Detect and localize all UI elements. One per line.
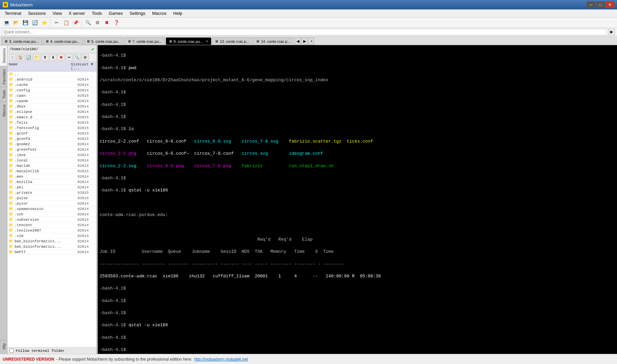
fb-item-date: 2014: [80, 218, 95, 222]
fb-item-icon: 📁: [9, 212, 13, 216]
fb-list-item[interactable]: 📁 .tencent 0 2014: [7, 222, 96, 228]
fb-list-item[interactable]: 📁 .gconf 0 2015: [7, 131, 96, 136]
toolbar-search[interactable]: 🔍: [84, 19, 92, 27]
tab-5-close[interactable]: ✕: [206, 39, 208, 43]
toolbar-settings[interactable]: ⚙: [93, 19, 102, 27]
fb-list-item[interactable]: 📁 .mev 0 2014: [7, 174, 96, 179]
fb-list-item[interactable]: 📁 .greenfoot 0 2014: [7, 147, 96, 152]
toolbar-restart[interactable]: 🔄: [30, 19, 39, 27]
fb-item-date: 2014: [80, 180, 95, 184]
fb-home-btn[interactable]: 🏠: [17, 54, 24, 61]
tab-2[interactable]: 🖥 4. conte.rcac.pu...: [42, 37, 83, 45]
menu-help[interactable]: Help: [170, 10, 186, 17]
fb-item-name: .gconfd: [14, 137, 61, 141]
fb-item-name: .matplotlib: [14, 169, 61, 173]
vtab-favorites[interactable]: Favorites: [0, 66, 7, 87]
fb-search-btn[interactable]: 🔍: [73, 54, 81, 61]
mobaxterm-url[interactable]: http://mobaxterm.mobatek.net: [194, 357, 248, 362]
terminal-area[interactable]: -bash-4.1$ -bash-4.1$ pwd /scratch/conte…: [98, 45, 617, 354]
tab-3[interactable]: 🖥 5. conte.rcac.pu...: [84, 37, 124, 45]
fb-rename-btn[interactable]: ✏: [65, 54, 73, 61]
maximize-button[interactable]: □: [596, 1, 605, 8]
fb-list-item[interactable]: 📁 .fontconfig 0 2015: [7, 125, 96, 131]
fb-list-item[interactable]: 📁 .java 0 2014: [7, 152, 96, 158]
fb-item-date: 2015: [80, 131, 95, 135]
fb-list-item[interactable]: 📁 .vim 0 2014: [7, 233, 96, 239]
menu-sessions[interactable]: Sessions: [25, 10, 49, 17]
toolbar-copy[interactable]: 📋: [62, 19, 70, 27]
fb-list-item[interactable]: 📁 .eclipse 0 2014: [7, 109, 96, 115]
fb-list-item[interactable]: 📁 bak_bioinformatics... 0 2014: [7, 244, 96, 249]
fb-list-item[interactable]: 📁 ..: [7, 71, 96, 77]
toolbar-delete[interactable]: ✖: [102, 19, 111, 27]
fb-list-item[interactable]: 📁 .pulse 0 2015: [7, 195, 96, 201]
menu-view[interactable]: View: [49, 10, 65, 17]
fb-list-item[interactable]: 📁 .emacs.d 0 2015: [7, 115, 96, 120]
close-button[interactable]: ✕: [606, 1, 614, 8]
fb-list-item[interactable]: 📁 .mozilla 0 2014: [7, 179, 96, 185]
fb-settings-btn[interactable]: ⚙: [82, 54, 89, 61]
vtab-macros[interactable]: Macros: [0, 101, 7, 119]
tab-4[interactable]: 🖥 7. conte.rcac.pu...: [125, 37, 165, 45]
fb-download-btn[interactable]: ⬇: [49, 54, 57, 61]
fb-list-item[interactable]: 📁 .gconfd 0 2015: [7, 136, 96, 142]
fb-list-item[interactable]: 📁 .dbus 0 2014: [7, 104, 96, 109]
minimize-button[interactable]: ─: [587, 1, 595, 8]
fb-delete-btn[interactable]: ✖: [57, 54, 65, 61]
toolbar-paste[interactable]: 📌: [71, 19, 80, 27]
vtab-tools[interactable]: Tools: [0, 87, 7, 101]
menu-tools[interactable]: Tools: [88, 10, 105, 17]
vtab-sftp[interactable]: Sftp: [0, 340, 7, 353]
toolbar-open-session[interactable]: 📂: [11, 19, 20, 27]
quick-connect-input[interactable]: [2, 29, 607, 35]
fb-list-item[interactable]: 📁 .gnome2 0 2014: [7, 142, 96, 147]
fb-list-item[interactable]: 📁 .felix 0 2015: [7, 120, 96, 125]
fb-list-item[interactable]: 📁 .cache 0 2014: [7, 82, 96, 88]
fb-list-item[interactable]: 📁 bak_bioinformatics... 0 2014: [7, 239, 96, 244]
vtab-sessions[interactable]: Sessions: [0, 45, 7, 66]
menu-x-server[interactable]: X server: [65, 10, 88, 17]
fb-list-item[interactable]: 📁 .cpanm 0 2014: [7, 98, 96, 104]
toolbar-save[interactable]: 💾: [21, 19, 30, 27]
fb-item-name: .pki: [14, 185, 61, 189]
fb-list-item[interactable]: 📁 .pyzor 0 2014: [7, 201, 96, 206]
tab-new[interactable]: +: [308, 37, 314, 45]
fb-item-size: 0: [61, 212, 80, 216]
fb-up-btn[interactable]: ↑: [9, 54, 16, 61]
toolbar-new-session[interactable]: 💻: [2, 19, 11, 27]
fb-list-item[interactable]: 📁 .cpan 0 2015: [7, 93, 96, 98]
toolbar-help[interactable]: ❓: [112, 19, 121, 27]
term-line-2: -bash-4.1$ pwd: [100, 65, 615, 71]
fb-list-item[interactable]: 📁 .texlive2007 0 2014: [7, 228, 96, 233]
tab-7[interactable]: 🖥 14. conte.rcac.p...: [253, 37, 294, 45]
follow-terminal-checkbox[interactable]: [9, 348, 14, 353]
quick-connect-button[interactable]: ▶: [608, 29, 615, 35]
fb-item-name: .pyzor: [14, 202, 61, 206]
tab-5-active[interactable]: 🖥 8. conte.rcac.pu... ✕: [166, 37, 211, 45]
fb-new-folder-btn[interactable]: 📁: [33, 54, 40, 61]
fb-list-item[interactable]: 📁 .pki 0 2014: [7, 185, 96, 190]
tab-nav-left[interactable]: ◀: [295, 37, 301, 45]
fb-list-item[interactable]: 📁 .android 0 2014: [7, 77, 96, 82]
fb-list-item[interactable]: 📁 GAPIT 0 2014: [7, 249, 96, 255]
fb-list-item[interactable]: 📁 .subversion 0 2014: [7, 217, 96, 222]
fb-list-item[interactable]: 📁 .local 0 2014: [7, 158, 96, 163]
fb-refresh-btn[interactable]: 🔄: [25, 54, 32, 61]
fb-item-date: 2015: [80, 115, 95, 119]
fb-list-item[interactable]: 📁 .private 0 2015: [7, 190, 96, 195]
fb-list-item[interactable]: 📁 .ssh 0 2014: [7, 212, 96, 217]
fb-list-item[interactable]: 📁 .config 0 2014: [7, 88, 96, 93]
menu-settings[interactable]: Settings: [126, 10, 149, 17]
menu-macros[interactable]: Macros: [149, 10, 170, 17]
menu-terminal[interactable]: Terminal: [1, 10, 25, 17]
fb-list-item[interactable]: 📁 .spamassassin 0 2014: [7, 206, 96, 212]
fb-list-item[interactable]: 📁 .matlab 0 2015: [7, 163, 96, 169]
menu-games[interactable]: Games: [105, 10, 126, 17]
tab-nav-right[interactable]: ▶: [302, 37, 308, 45]
tab-1[interactable]: 🖥 3. conte.rcac.pu...: [1, 37, 42, 45]
toolbar-bookmark[interactable]: ⭐: [40, 19, 49, 27]
fb-list-item[interactable]: 📁 .matplotlib 0 2015: [7, 169, 96, 174]
fb-upload-btn[interactable]: ⬆: [41, 54, 49, 61]
tab-6[interactable]: 🖥 13. conte.rcac.p...: [212, 37, 252, 45]
toolbar-cut[interactable]: ✂: [52, 19, 61, 27]
